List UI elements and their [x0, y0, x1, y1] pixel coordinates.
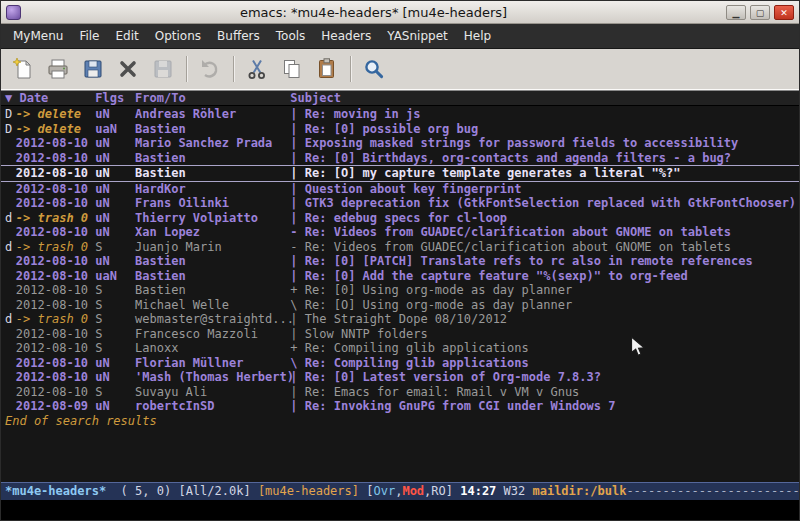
row-from: Bastien [135, 166, 290, 181]
kill-buffer-button[interactable] [112, 53, 144, 85]
row-subject: | Re: Emacs for email: Rmail v VM v Gnus [290, 385, 799, 400]
message-row[interactable]: 2012-08-10 uN 'Mash (Thomas Herbert) | R… [1, 370, 799, 385]
end-of-results: End of search results [1, 414, 799, 429]
message-row[interactable]: d -> trash 0 S webmaster@straightd... | … [1, 312, 799, 327]
menu-item-options[interactable]: Options [147, 26, 209, 46]
menu-item-edit[interactable]: Edit [108, 26, 147, 46]
header-line: ▼ Date Flgs From/To Subject [1, 90, 799, 106]
row-date: 2012-08-10 [16, 269, 95, 284]
row-mark: D [5, 122, 16, 137]
message-row[interactable]: 2012-08-10 uN Xan Lopez - Re: Videos fro… [1, 225, 799, 240]
row-date: 2012-08-10 [16, 254, 95, 269]
message-row[interactable]: 2012-08-09 uN robertcInSD | Re: Invoking… [1, 399, 799, 414]
message-row[interactable]: 2012-08-10 uN Bastien | Re: [0] [PATCH] … [1, 254, 799, 269]
row-from: webmaster@straightd... [135, 312, 290, 327]
row-mark [5, 269, 16, 284]
row-subject: | Slow NNTP folders [290, 327, 799, 342]
row-from: Francesco Mazzoli [135, 327, 290, 342]
row-from: Suvayu Ali [135, 385, 290, 400]
message-row[interactable]: D -> delete uaN Bastien | Re: [0] possib… [1, 122, 799, 137]
kill-buffer-icon [116, 57, 140, 81]
save-button[interactable] [77, 53, 109, 85]
modeline-segment: ( 5, 0) [All/2.0k] [106, 484, 258, 498]
copy-button[interactable] [276, 53, 308, 85]
column-header-flags[interactable]: Flgs [95, 91, 135, 105]
close-button[interactable]: ✕ [774, 5, 794, 20]
modeline-segment: 14:27 [460, 484, 496, 498]
emacs-icon [6, 5, 21, 20]
column-header-from[interactable]: From/To [135, 91, 290, 105]
row-date: -> trash 0 [16, 312, 95, 327]
message-row[interactable]: D -> delete uN Andreas Röhler | Re: movi… [1, 107, 799, 122]
column-header-subject[interactable]: Subject [290, 91, 799, 105]
save-as-button [147, 53, 179, 85]
paste-icon [315, 57, 339, 81]
row-from: Xan Lopez [135, 225, 290, 240]
maximize-button[interactable]: ▢ [750, 5, 770, 20]
row-flags: S [95, 341, 135, 356]
message-row[interactable]: d -> trash 0 S Juanjo Marin - Re: Videos… [1, 240, 799, 255]
row-mark [5, 399, 16, 414]
menu-item-headers[interactable]: Headers [313, 26, 379, 46]
menu-item-yasnippet[interactable]: YASnippet [379, 26, 456, 46]
search-button[interactable] [358, 53, 390, 85]
menu-item-mymenu[interactable]: MyMenu [5, 26, 71, 46]
new-file-button[interactable] [7, 53, 39, 85]
message-row[interactable]: 2012-08-10 uN Bastien | Re: [0] Birthday… [1, 151, 799, 166]
message-row[interactable]: 2012-08-10 uN Florian Müllner \ Re: Comp… [1, 356, 799, 371]
echo-area[interactable] [1, 500, 799, 520]
message-row[interactable]: 2012-08-10 S Bastien + Re: [0] Using org… [1, 283, 799, 298]
message-row[interactable]: 2012-08-10 S Francesco Mazzoli | Slow NN… [1, 327, 799, 342]
row-subject: | Question about key fingerprint [290, 182, 799, 197]
cut-button[interactable] [241, 53, 273, 85]
row-date: 2012-08-10 [16, 166, 95, 181]
row-from: Mario Sanchez Prada [135, 136, 290, 151]
row-date: -> delete [16, 107, 95, 122]
message-row[interactable]: 2012-08-10 uN HardKor | Question about k… [1, 182, 799, 197]
row-flags: uaN [95, 269, 135, 284]
row-date: -> trash 0 [16, 211, 95, 226]
menu-item-tools[interactable]: Tools [268, 26, 314, 46]
row-date: -> delete [16, 122, 95, 137]
toolbar-separator [186, 56, 187, 82]
row-date: 2012-08-10 [16, 225, 95, 240]
modeline-segment: ,RO] [424, 484, 460, 498]
column-header-date[interactable]: ▼ Date [5, 91, 95, 105]
row-from: Bastien [135, 254, 290, 269]
minimize-button[interactable]: ▁ [726, 5, 746, 20]
row-flags: uN [95, 211, 135, 226]
row-flags: uN [95, 370, 135, 385]
row-mark [5, 225, 16, 240]
menu-item-buffers[interactable]: Buffers [209, 26, 268, 46]
message-row[interactable]: d -> trash 0 uN Thierry Volpiatto | Re: … [1, 211, 799, 226]
message-row[interactable]: 2012-08-10 uN Mario Sanchez Prada | Expo… [1, 136, 799, 151]
row-flags: S [95, 385, 135, 400]
paste-button[interactable] [311, 53, 343, 85]
window-title: emacs: *mu4e-headers* [mu4e-headers] [25, 5, 722, 20]
new-file-icon [11, 57, 35, 81]
menu-item-file[interactable]: File [71, 26, 107, 46]
message-row[interactable]: 2012-08-10 S Lanoxx + Re: Compiling glib… [1, 341, 799, 356]
print-button[interactable] [42, 53, 74, 85]
row-date: 2012-08-10 [16, 341, 95, 356]
row-subject: - Re: Videos from GUADEC/clarification a… [290, 240, 799, 255]
menu-item-help[interactable]: Help [456, 26, 499, 46]
row-subject: | Re: [0] Add the capture feature "%(sex… [290, 269, 799, 284]
row-mark [5, 327, 16, 342]
message-row[interactable]: 2012-08-10 S Michael Welle \ Re: [O] Usi… [1, 298, 799, 313]
row-mark [5, 341, 16, 356]
row-flags: uN [95, 196, 135, 211]
row-mark [5, 136, 16, 151]
message-row[interactable]: 2012-08-10 uN Bastien | Re: [O] my captu… [1, 165, 799, 182]
message-row[interactable]: 2012-08-10 uN Frans Oilinki | GTK3 depre… [1, 196, 799, 211]
message-row[interactable]: 2012-08-10 uaN Bastien | Re: [0] Add the… [1, 269, 799, 284]
print-icon [46, 57, 70, 81]
row-mark [5, 166, 16, 181]
row-flags: uN [95, 225, 135, 240]
row-flags: uaN [95, 122, 135, 137]
message-row[interactable]: 2012-08-10 S Suvayu Ali | Re: Emacs for … [1, 385, 799, 400]
row-mark: d [5, 240, 16, 255]
modeline-segment: *mu4e-headers* [5, 484, 106, 498]
row-flags: S [95, 283, 135, 298]
row-subject: | Re: moving in js [290, 107, 799, 122]
